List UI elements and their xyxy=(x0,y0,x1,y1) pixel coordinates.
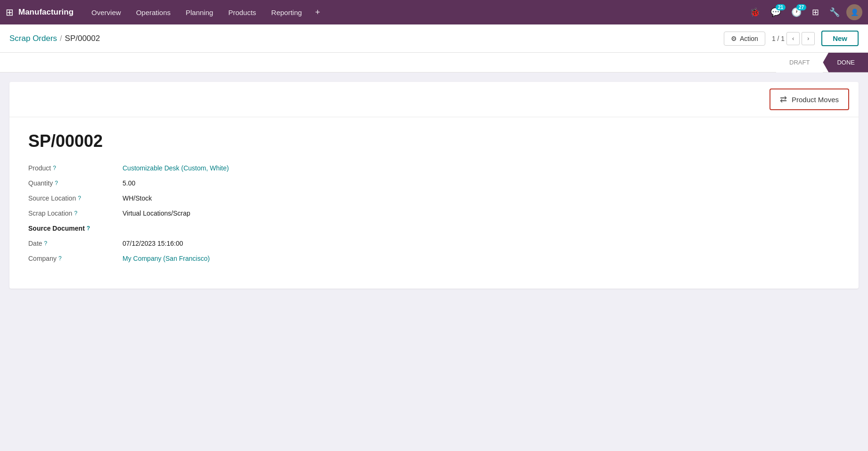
field-value-product[interactable]: Customizable Desk (Custom, White) xyxy=(123,164,229,172)
chat-badge: 21 xyxy=(776,4,786,10)
settings-icon[interactable]: 🔧 xyxy=(826,5,843,19)
help-icon-source-document[interactable]: ? xyxy=(87,225,90,232)
nav-link-operations[interactable]: Operations xyxy=(130,6,177,19)
help-icon-product[interactable]: ? xyxy=(53,165,56,171)
breadcrumb-bar: Scrap Orders / SP/00002 ⚙ Action 1 / 1 ‹… xyxy=(0,24,868,53)
field-row-company: Company ? My Company (San Francisco) xyxy=(28,255,840,262)
chat-icon[interactable]: 💬 21 xyxy=(767,5,785,19)
nav-plus[interactable]: + xyxy=(311,5,325,20)
help-icon-date[interactable]: ? xyxy=(44,240,48,247)
main-content: ⇄ Product Moves SP/00002 Product ? Custo… xyxy=(0,72,868,451)
product-moves-label: Product Moves xyxy=(792,96,839,104)
avatar[interactable]: 👤 xyxy=(846,4,862,20)
field-value-date: 07/12/2023 15:16:00 xyxy=(123,240,183,247)
new-button[interactable]: New xyxy=(821,31,859,46)
help-icon-quantity[interactable]: ? xyxy=(55,180,58,186)
record-id: SP/00002 xyxy=(28,131,840,151)
form-card: ⇄ Product Moves SP/00002 Product ? Custo… xyxy=(9,82,859,289)
status-bar: DRAFT DONE xyxy=(0,53,868,72)
field-label-source-location: Source Location ? xyxy=(28,194,123,202)
field-label-product: Product ? xyxy=(28,164,123,172)
breadcrumb-parent[interactable]: Scrap Orders xyxy=(9,34,57,43)
grid-icon[interactable]: ⊞ xyxy=(6,7,14,18)
help-icon-source-location[interactable]: ? xyxy=(78,195,81,201)
clock-icon[interactable]: 🕐 27 xyxy=(787,5,805,19)
field-value-quantity: 5.00 xyxy=(123,179,135,187)
action-button[interactable]: ⚙ Action xyxy=(724,32,765,46)
card-body: SP/00002 Product ? Customizable Desk (Cu… xyxy=(9,117,859,289)
field-row-quantity: Quantity ? 5.00 xyxy=(28,179,840,187)
bug-icon[interactable]: 🐞 xyxy=(746,5,764,19)
field-row-date: Date ? 07/12/2023 15:16:00 xyxy=(28,240,840,247)
field-row-product: Product ? Customizable Desk (Custom, Whi… xyxy=(28,164,840,172)
help-icon-company[interactable]: ? xyxy=(58,255,62,262)
help-icon-scrap-location[interactable]: ? xyxy=(74,210,77,217)
app-brand[interactable]: Manufacturing xyxy=(18,8,74,17)
status-done[interactable]: DONE xyxy=(823,53,868,72)
breadcrumb-current: SP/00002 xyxy=(65,34,100,43)
pager-next[interactable]: › xyxy=(802,32,815,45)
pager: 1 / 1 ‹ › xyxy=(772,32,815,45)
product-moves-button[interactable]: ⇄ Product Moves xyxy=(770,89,849,110)
field-value-company[interactable]: My Company (San Francisco) xyxy=(123,255,210,262)
nav-link-overview[interactable]: Overview xyxy=(85,6,128,19)
top-nav: ⊞ Manufacturing Overview Operations Plan… xyxy=(0,0,868,24)
field-value-scrap-location: Virtual Locations/Scrap xyxy=(123,209,190,217)
breadcrumb: Scrap Orders / SP/00002 xyxy=(9,34,724,43)
field-row-source-location: Source Location ? WH/Stock xyxy=(28,194,840,202)
field-label-company: Company ? xyxy=(28,255,123,262)
grid-apps-icon[interactable]: ⊞ xyxy=(808,5,823,19)
field-label-quantity: Quantity ? xyxy=(28,179,123,187)
action-label: Action xyxy=(740,35,758,42)
field-value-source-location: WH/Stock xyxy=(123,194,152,202)
breadcrumb-separator: / xyxy=(60,34,62,43)
action-gear-icon: ⚙ xyxy=(731,35,737,42)
nav-link-planning[interactable]: Planning xyxy=(179,6,220,19)
pager-prev[interactable]: ‹ xyxy=(786,32,800,45)
product-moves-icon: ⇄ xyxy=(780,94,787,105)
field-row-source-document: Source Document ? xyxy=(28,225,840,232)
pager-text: 1 / 1 xyxy=(772,35,785,42)
status-draft[interactable]: DRAFT xyxy=(776,53,823,72)
card-header: ⇄ Product Moves xyxy=(9,82,859,117)
field-row-scrap-location: Scrap Location ? Virtual Locations/Scrap xyxy=(28,209,840,217)
field-label-date: Date ? xyxy=(28,240,123,247)
clock-badge: 27 xyxy=(796,4,806,10)
field-label-scrap-location: Scrap Location ? xyxy=(28,209,123,217)
nav-link-products[interactable]: Products xyxy=(221,6,262,19)
nav-link-reporting[interactable]: Reporting xyxy=(265,6,309,19)
field-label-source-document: Source Document ? xyxy=(28,225,123,232)
